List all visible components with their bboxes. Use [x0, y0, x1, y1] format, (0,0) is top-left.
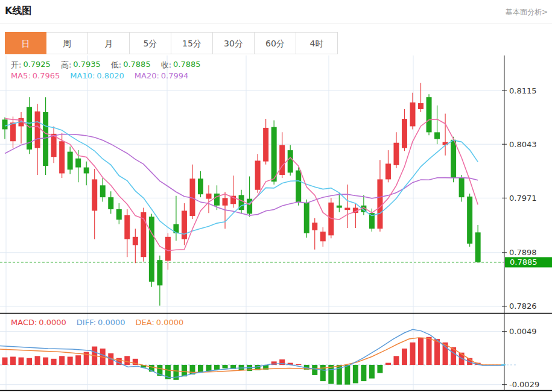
svg-text:-0.0029: -0.0029 [509, 380, 539, 389]
svg-text:0.7826: 0.7826 [509, 302, 537, 311]
svg-text:0.0049: 0.0049 [509, 327, 537, 336]
kline-chart-canvas[interactable]: 0.81150.80430.79710.78980.78260.0049-0.0… [0, 0, 552, 392]
svg-text:0.8115: 0.8115 [509, 86, 537, 95]
svg-text:0.7971: 0.7971 [509, 194, 537, 203]
svg-text:0.8043: 0.8043 [509, 140, 537, 149]
svg-text:0.7898: 0.7898 [509, 248, 537, 257]
svg-text:0.7885: 0.7885 [510, 258, 538, 267]
